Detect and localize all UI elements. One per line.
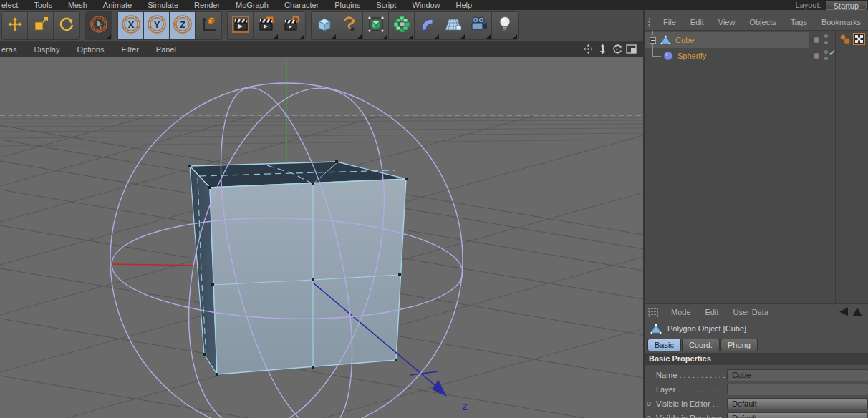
object-name-spherify[interactable]: Spherify [677,52,706,60]
live-selection-button[interactable] [86,12,112,39]
viewport-menu-panel[interactable]: Panel [148,45,185,54]
selection-tool-group [85,11,112,40]
history-up-icon[interactable] [852,307,862,318]
spherify-layer-dot[interactable] [814,53,819,59]
texture-tag-icon[interactable] [853,33,865,48]
rotate-view-icon[interactable] [611,44,623,55]
viewport-menu-display[interactable]: Display [25,45,68,54]
bend-deformer-icon [418,15,437,37]
lock-z-axis-button[interactable]: Z [170,12,196,39]
x-axis-icon: X [120,14,142,38]
am-menu-edit[interactable]: Edit [698,308,726,316]
svg-text:Z: Z [180,19,185,30]
add-light-button[interactable] [492,12,518,39]
render-picture-viewer-button[interactable] [254,12,279,39]
subdivision-surface-icon [367,15,385,37]
menu-mograph[interactable]: MoGraph [228,1,276,9]
object-name-cube[interactable]: Cube [675,36,694,44]
add-spline-pen-button[interactable] [337,12,363,39]
add-bend-deformer-button[interactable] [415,12,440,39]
render-view-button[interactable] [228,12,254,39]
menu-plugins[interactable]: Plugins [327,1,368,9]
attribute-manager: Mode Edit User Data Polygon Object [Cube… [645,304,868,418]
am-menu-mode[interactable]: Mode [664,308,698,316]
cube-primitive-icon [315,15,334,37]
add-floor-button[interactable] [440,12,466,39]
cube-editor-visibility-dot[interactable] [824,34,828,38]
om-menu-bookmarks[interactable]: Bookmarks [814,18,868,26]
right-panel: File Edit View Objects Tags Bookmarks Cu… [643,10,868,418]
live-selection-icon [89,14,109,37]
menu-simulate[interactable]: Simulate [140,1,186,9]
visible-in-editor-row: Visible in Editor . . Default [645,397,868,411]
rotate-tool-button[interactable] [54,12,79,39]
move-tool-button[interactable] [2,12,28,39]
tab-phong[interactable]: Phong [720,339,758,351]
object-row-spherify[interactable]: Spherify [645,48,809,64]
scale-tool-button[interactable] [28,12,54,39]
om-column-divider [809,31,809,303]
om-menu-edit[interactable]: Edit [683,18,711,26]
viewport-menu-filter[interactable]: Filter [112,45,147,54]
tab-coord[interactable]: Coord. [682,339,720,351]
phong-tag-icon[interactable] [839,34,851,48]
lock-x-axis-button[interactable]: X [118,12,144,39]
spherify-editor-visibility-dot[interactable] [824,50,828,54]
cube-object[interactable] [188,160,408,376]
history-back-icon[interactable] [831,307,849,318]
cube-layer-dot[interactable] [814,37,819,43]
om-column-divider2 [835,31,836,303]
add-cube-primitive-button[interactable] [312,12,337,39]
visible-editor-key-circle[interactable] [647,402,651,406]
object-row-cube[interactable]: Cube [645,32,809,48]
render-settings-button[interactable] [279,12,305,39]
attribute-tabs: Basic Coord. Phong [645,337,868,353]
spherify-render-visibility-dot[interactable] [824,57,828,60]
menu-help[interactable]: Help [448,1,481,9]
panel-grip-icon[interactable] [648,18,650,27]
add-subdivision-surface-button[interactable] [363,12,389,39]
om-menu-tags[interactable]: Tags [783,18,814,26]
layout-label: Layout: [795,1,821,9]
add-cloner-button[interactable] [389,12,415,39]
name-field-input[interactable]: Cube [727,369,868,381]
name-field-label: Name . . . . . . . . . . . [656,371,725,379]
viewport-menu-cameras[interactable]: eras [0,45,25,54]
layout-selector[interactable]: Startup [826,1,867,10]
visible-renderer-dropdown[interactable]: Default [727,412,868,418]
add-camera-button[interactable] [466,12,492,39]
object-manager-menu: File Edit View Objects Tags Bookmarks [645,14,868,30]
menu-window[interactable]: Window [404,1,448,9]
om-menu-view[interactable]: View [711,18,743,26]
render-picture-viewer-icon [256,14,276,37]
zoom-view-icon[interactable] [597,44,609,55]
coordinate-system-button[interactable] [196,12,221,39]
polygon-object-title-icon [650,324,662,334]
transform-tool-group [1,11,80,40]
collapse-expand-icon[interactable] [650,37,656,44]
viewport-3d[interactable]: Z [0,57,643,418]
lock-y-axis-button[interactable]: Y [144,12,170,39]
cube-render-visibility-dot[interactable] [824,41,828,44]
render-settings-icon [282,14,302,37]
spherify-enabled-check-icon[interactable]: ✓ [829,48,836,58]
menu-tools[interactable]: Tools [26,1,60,9]
viewport-menu-options[interactable]: Options [68,45,112,54]
menu-script[interactable]: Script [368,1,404,9]
menu-animate[interactable]: Animate [95,1,140,9]
om-menu-objects[interactable]: Objects [742,18,783,26]
layer-field-input[interactable] [727,384,868,395]
layer-field-row: Layer . . . . . . . . . . . [645,382,868,397]
om-menu-file[interactable]: File [656,18,683,26]
am-grip-icon[interactable] [648,308,658,317]
toggle-view-icon[interactable] [625,44,637,55]
pan-view-icon[interactable] [582,44,594,55]
camera-icon [469,15,489,37]
menu-select[interactable]: elect [0,1,26,9]
menu-render[interactable]: Render [186,1,228,9]
visible-editor-dropdown[interactable]: Default [727,398,868,409]
tab-basic[interactable]: Basic [647,339,681,351]
menu-mesh[interactable]: Mesh [60,1,95,9]
menu-character[interactable]: Character [276,1,327,9]
am-menu-userdata[interactable]: User Data [726,308,776,316]
